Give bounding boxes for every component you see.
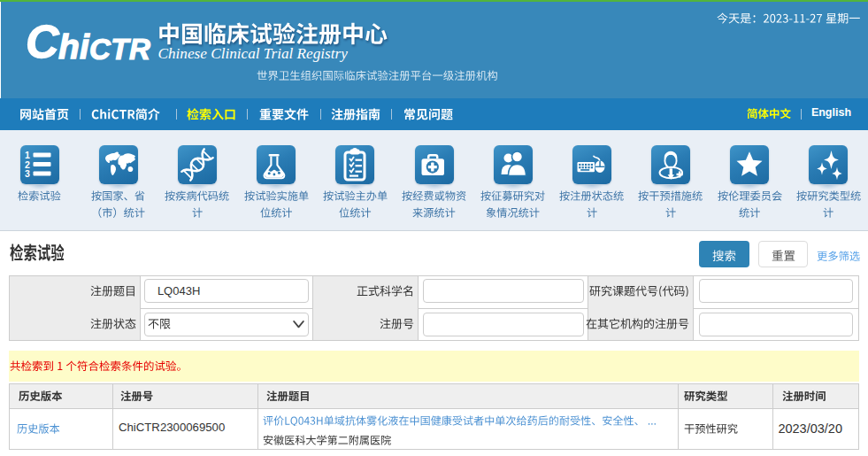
svg-text:3: 3	[25, 168, 30, 179]
